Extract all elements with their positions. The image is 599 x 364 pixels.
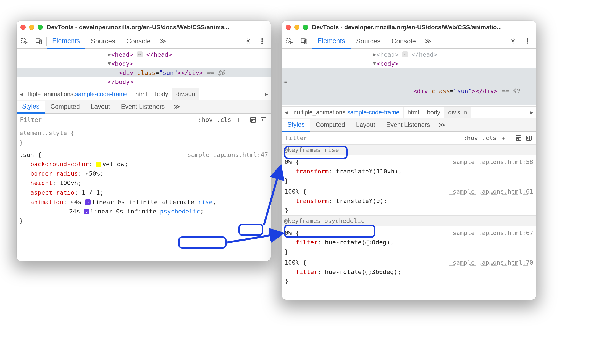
dom-tree[interactable]: ▶<head> ⋯ </head> ▼<body> <div class="su…: [17, 49, 271, 88]
kf-selector[interactable]: 100% {: [285, 187, 306, 196]
angle-editor-icon[interactable]: [365, 270, 371, 275]
crumb-right-icon[interactable]: ▸: [528, 109, 535, 116]
zoom-icon[interactable]: [303, 25, 308, 30]
dom-node-head[interactable]: ▶<head> ⋯ </head>: [17, 50, 271, 59]
tab-console[interactable]: Console: [121, 34, 156, 48]
expand-icon[interactable]: ▸: [71, 198, 74, 206]
crumb-frame[interactable]: ltiple_animations.sample-code-frame: [24, 88, 132, 100]
crumb-html[interactable]: html: [132, 88, 151, 100]
dom-node-div-sun[interactable]: ⋯ <div class="sun"></div> == $0: [282, 68, 536, 105]
hov-toggle[interactable]: :hov: [198, 116, 213, 123]
subtab-layout[interactable]: Layout: [85, 100, 115, 113]
keyframes-link-psychedelic[interactable]: psychedelic: [160, 208, 200, 215]
crumb-div-sun[interactable]: div.sun: [172, 88, 199, 100]
crumb-div-sun[interactable]: div.sun: [444, 107, 471, 118]
source-location[interactable]: _sample_.ap…ons.html:58: [449, 157, 533, 167]
device-toggle-icon[interactable]: [31, 34, 46, 48]
dom-node-head[interactable]: ▶<head> ⋯ </head>: [282, 50, 536, 59]
source-location[interactable]: _sample_.ap…ons.html:61: [449, 187, 533, 196]
minimize-icon[interactable]: [294, 25, 300, 30]
subtab-styles[interactable]: Styles: [17, 101, 45, 114]
dom-node-body-close[interactable]: </body>: [17, 77, 271, 86]
computed-toggle-icon[interactable]: [250, 116, 256, 123]
subtab-more-icon[interactable]: ≫: [170, 103, 183, 110]
kebab-menu-icon[interactable]: [521, 38, 534, 45]
dom-tree[interactable]: ▶<head> ⋯ </head> ▼<body> ⋯ <div class="…: [282, 49, 536, 106]
expand-icon[interactable]: ▸: [85, 170, 88, 177]
computed-toggle-icon[interactable]: [515, 134, 522, 142]
crumb-body[interactable]: body: [423, 107, 445, 118]
source-location[interactable]: _sample_.ap…ons.html:70: [449, 258, 533, 267]
element-style-selector[interactable]: element.style {: [19, 128, 268, 138]
filter-input[interactable]: Filter: [282, 134, 459, 141]
window-title: DevTools - developer.mozilla.org/en-US/d…: [312, 24, 532, 31]
close-icon[interactable]: [20, 25, 26, 30]
subtab-computed[interactable]: Computed: [45, 100, 85, 113]
keyframes-link-rise[interactable]: rise: [198, 199, 212, 205]
bezier-editor-icon[interactable]: [84, 209, 89, 214]
subtab-event-listeners[interactable]: Event Listeners: [115, 100, 170, 113]
inspect-icon[interactable]: [17, 34, 31, 48]
more-tabs-icon[interactable]: ≫: [421, 37, 435, 45]
keyframes-header-psychedelic[interactable]: @keyframes psychedelic: [282, 215, 536, 226]
zoom-icon[interactable]: [38, 25, 43, 30]
row-actions-icon[interactable]: ⋯: [283, 77, 288, 86]
more-tabs-icon[interactable]: ≫: [156, 37, 170, 45]
prop-animation-row[interactable]: animation: ▸4s linear 0s infinite altern…: [19, 197, 268, 207]
dom-node-body[interactable]: ▼<body>: [17, 59, 271, 68]
kf-selector[interactable]: 0% {: [285, 157, 299, 167]
tab-sources[interactable]: Sources: [85, 34, 121, 48]
new-rule-icon[interactable]: ＋: [235, 116, 242, 124]
keyframes-psy-body[interactable]: 0% { _sample_.ap…ons.html:67 filter: hue…: [282, 226, 536, 286]
new-rule-icon[interactable]: ＋: [500, 134, 507, 142]
prop-animation-row-2[interactable]: 24s linear 0s infinite psychedelic;: [19, 207, 268, 216]
styles-rules[interactable]: element.style { } .sun { _sample_.ap…ons…: [17, 126, 271, 226]
devtools-window-right: DevTools - developer.mozilla.org/en-US/d…: [282, 21, 536, 300]
keyframes-header-rise[interactable]: @keyframes rise: [282, 144, 536, 155]
kebab-menu-icon[interactable]: [256, 38, 269, 45]
tab-elements[interactable]: Elements: [312, 34, 351, 49]
sidebar-toggle-icon[interactable]: [260, 116, 267, 123]
crumb-left-icon[interactable]: ◂: [283, 109, 290, 116]
bezier-editor-icon[interactable]: [85, 199, 91, 205]
subtab-event-listeners[interactable]: Event Listeners: [381, 118, 436, 131]
subtab-styles[interactable]: Styles: [282, 119, 310, 132]
inspect-icon[interactable]: [282, 34, 297, 48]
subtab-more-icon[interactable]: ≫: [435, 121, 449, 129]
keyframes-rise-body[interactable]: 0% { _sample_.ap…ons.html:58 transform: …: [282, 155, 536, 215]
kf-selector[interactable]: 100% {: [285, 258, 306, 267]
prop-height[interactable]: height: [30, 180, 52, 186]
kf-selector[interactable]: 0% {: [285, 228, 299, 238]
color-swatch-icon[interactable]: [96, 162, 101, 167]
source-location[interactable]: _sample_.ap…ons.html:47: [184, 150, 268, 160]
sidebar-toggle-icon[interactable]: [526, 134, 532, 142]
settings-gear-icon[interactable]: [507, 38, 519, 45]
crumb-body[interactable]: body: [151, 88, 172, 100]
dom-node-body[interactable]: ▼<body>: [282, 59, 536, 68]
subtab-computed[interactable]: Computed: [310, 118, 351, 131]
device-toggle-icon[interactable]: [297, 34, 312, 48]
hov-toggle[interactable]: :hov: [463, 134, 478, 141]
prop-bg[interactable]: background-color: [30, 161, 89, 168]
styles-subtabs: Styles Computed Layout Event Listeners ≫: [282, 118, 536, 132]
crumb-right-icon[interactable]: ▸: [263, 91, 270, 98]
sun-selector[interactable]: .sun {: [19, 150, 41, 160]
prop-br[interactable]: border-radius: [30, 170, 78, 177]
crumb-frame[interactable]: nultiple_animations.sample-code-frame: [290, 107, 404, 118]
prop-aspect[interactable]: aspect-ratio: [30, 189, 74, 196]
cls-toggle[interactable]: .cls: [482, 134, 496, 141]
subtab-layout[interactable]: Layout: [351, 118, 381, 131]
angle-editor-icon[interactable]: [365, 240, 371, 246]
crumb-left-icon[interactable]: ◂: [18, 91, 24, 98]
minimize-icon[interactable]: [29, 25, 34, 30]
source-location[interactable]: _sample_.ap…ons.html:67: [449, 228, 533, 238]
settings-gear-icon[interactable]: [241, 38, 254, 45]
tab-console[interactable]: Console: [386, 34, 421, 48]
tab-elements[interactable]: Elements: [47, 34, 85, 49]
close-icon[interactable]: [286, 25, 291, 30]
cls-toggle[interactable]: .cls: [217, 116, 231, 123]
tab-sources[interactable]: Sources: [351, 34, 386, 48]
dom-node-div-sun[interactable]: <div class="sun"></div> == $0: [17, 68, 271, 77]
crumb-html[interactable]: html: [404, 107, 423, 118]
filter-input[interactable]: Filter: [17, 116, 194, 123]
